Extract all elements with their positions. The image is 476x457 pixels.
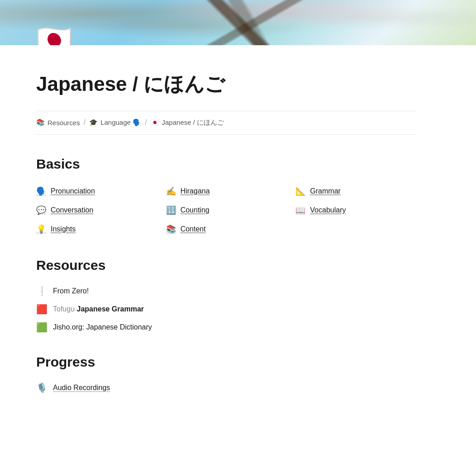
insights-icon: 💡	[36, 224, 46, 234]
grammar-icon: 📐	[295, 186, 305, 196]
link-conversation[interactable]: 💬 Conversation	[36, 203, 157, 217]
breadcrumb-language[interactable]: 🎓 Language 🗣️	[89, 118, 141, 127]
resource-fromzero[interactable]: ❕ From Zero!	[36, 286, 416, 297]
tofugu-colored-text: Tofugu	[53, 305, 76, 313]
breadcrumb-language-label: Language 🗣️	[100, 118, 141, 127]
counting-label: Counting	[181, 206, 209, 214]
basics-section: Basics 🗣️ Pronunciation ✍️ Hiragana 📐 Gr…	[36, 156, 416, 236]
vocabulary-label: Vocabulary	[310, 206, 346, 214]
breadcrumb-resources-label: Resources	[48, 119, 80, 127]
breadcrumb-sep-1: /	[84, 118, 86, 127]
language-icon: 🎓	[89, 118, 98, 127]
tofugu-grammar-text: Japanese Grammar	[76, 305, 144, 313]
counting-icon: 🔢	[166, 205, 176, 215]
tofugu-icon: 🟥	[36, 304, 48, 315]
breadcrumb-japanese[interactable]: 🇯🇵 Japanese / にほんご	[151, 118, 224, 127]
link-pronunciation[interactable]: 🗣️ Pronunciation	[36, 184, 157, 198]
resources-title: Resources	[36, 258, 416, 273]
hero-banner: 🇯🇵	[0, 0, 476, 45]
progress-section: Progress 🎙️ Audio Recordings	[36, 354, 416, 393]
breadcrumb-resources[interactable]: 📚 Resources	[36, 118, 80, 127]
link-content[interactable]: 📚 Content	[166, 222, 287, 236]
resource-jisho[interactable]: 🟩 Jisho.org: Japanese Dictionary	[36, 322, 416, 333]
link-counting[interactable]: 🔢 Counting	[166, 203, 287, 217]
page-title: Japanese / にほんご	[36, 72, 416, 96]
japan-flag-icon: 🇯🇵	[151, 118, 159, 127]
page-content: Japanese / にほんご 📚 Resources / 🎓 Language…	[0, 45, 452, 433]
resources-section: Resources ❕ From Zero! 🟥 Tofugu Japanese…	[36, 258, 416, 333]
grammar-label: Grammar	[310, 187, 341, 195]
insights-label: Insights	[51, 225, 76, 233]
resource-tofugu[interactable]: 🟥 Tofugu Japanese Grammar	[36, 304, 416, 315]
audio-label: Audio Recordings	[53, 384, 110, 392]
hiragana-icon: ✍️	[166, 186, 176, 196]
vocabulary-icon: 📖	[295, 205, 305, 215]
breadcrumb-sep-2: /	[145, 118, 147, 127]
conversation-icon: 💬	[36, 205, 46, 215]
pronunciation-label: Pronunciation	[51, 187, 95, 195]
fromzero-icon: ❕	[36, 286, 48, 297]
link-grammar[interactable]: 📐 Grammar	[295, 184, 416, 198]
hiragana-label: Hiragana	[181, 187, 210, 195]
conversation-label: Conversation	[51, 206, 93, 214]
link-hiragana[interactable]: ✍️ Hiragana	[166, 184, 287, 198]
resources-list: ❕ From Zero! 🟥 Tofugu Japanese Grammar 🟩…	[36, 286, 416, 333]
breadcrumb-japanese-label: Japanese / にほんご	[162, 118, 224, 127]
fromzero-label: From Zero!	[53, 287, 89, 295]
pronunciation-icon: 🗣️	[36, 186, 46, 196]
link-insights[interactable]: 💡 Insights	[36, 222, 157, 236]
tofugu-label: Tofugu Japanese Grammar	[53, 305, 144, 313]
jisho-label: Jisho.org: Japanese Dictionary	[53, 323, 152, 331]
audio-icon: 🎙️	[36, 382, 48, 393]
progress-title: Progress	[36, 354, 416, 370]
resources-icon: 📚	[36, 118, 45, 127]
basics-title: Basics	[36, 156, 416, 172]
link-vocabulary[interactable]: 📖 Vocabulary	[295, 203, 416, 217]
basics-grid: 🗣️ Pronunciation ✍️ Hiragana 📐 Grammar 💬…	[36, 184, 416, 236]
progress-audio[interactable]: 🎙️ Audio Recordings	[36, 382, 416, 393]
flag-emoji: 🇯🇵	[36, 25, 72, 45]
jisho-icon: 🟩	[36, 322, 48, 333]
progress-list: 🎙️ Audio Recordings	[36, 382, 416, 393]
content-icon: 📚	[166, 224, 176, 234]
content-label: Content	[181, 225, 206, 233]
breadcrumb: 📚 Resources / 🎓 Language 🗣️ / 🇯🇵 Japanes…	[36, 111, 416, 135]
